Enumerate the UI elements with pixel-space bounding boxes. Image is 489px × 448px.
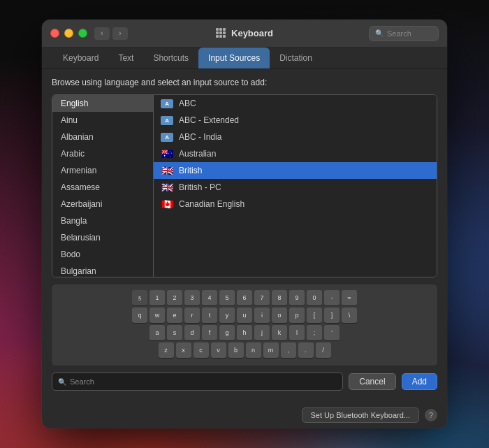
key-2: 2	[167, 290, 182, 305]
key-3: 3	[184, 290, 200, 305]
input-item-canadian-english[interactable]: 🇨🇦 Canadian English	[154, 196, 437, 212]
key-1: 1	[149, 290, 165, 305]
close-button[interactable]	[50, 29, 59, 38]
tab-dictation[interactable]: Dictation	[270, 48, 322, 68]
input-source-list[interactable]: A ABC A ABC - Extended A ABC - India 🇦🇺 …	[154, 95, 437, 277]
abc-icon: A	[161, 99, 173, 108]
bottom-actions: 🔍 Search Cancel Add	[52, 373, 437, 391]
key-0: 0	[307, 290, 322, 305]
input-label-abc-india: ABC - India	[179, 132, 221, 142]
maximize-button[interactable]	[78, 29, 87, 38]
traffic-lights	[50, 29, 87, 38]
key-c: c	[194, 342, 209, 358]
key-u: u	[237, 308, 252, 323]
key-q: q	[132, 308, 147, 323]
chevron-right-icon: ›	[119, 29, 121, 37]
input-item-british-pc[interactable]: 🇬🇧 British - PC	[154, 179, 437, 196]
tab-input-sources[interactable]: Input Sources	[198, 48, 270, 68]
keyboard-row-1: q w e r t y u i o p [ ] \	[56, 308, 433, 323]
key-minus: -	[324, 290, 340, 305]
input-label-abc-extended: ABC - Extended	[179, 115, 239, 125]
key-x: x	[176, 342, 191, 358]
language-item-assamese[interactable]: Assamese	[52, 179, 153, 196]
language-item-arabic[interactable]: Arabic	[52, 145, 153, 162]
key-comma: ,	[281, 342, 296, 358]
gb-flag-icon: 🇬🇧	[161, 166, 173, 175]
input-item-british[interactable]: 🇬🇧 British	[154, 162, 437, 179]
language-item-azerbaijani[interactable]: Azerbaijani	[52, 196, 153, 212]
keyboard-icon	[216, 28, 227, 39]
input-item-abc[interactable]: A ABC	[154, 95, 437, 112]
input-item-abc-extended[interactable]: A ABC - Extended	[154, 112, 437, 129]
add-button[interactable]: Add	[402, 373, 437, 390]
key-9: 9	[289, 290, 305, 305]
forward-button[interactable]: ›	[112, 27, 128, 40]
key-6: 6	[237, 290, 252, 305]
key-i: i	[254, 308, 270, 323]
input-label-british: British	[179, 166, 202, 175]
instruction-label: Browse using language and select an inpu…	[52, 78, 437, 87]
language-item-english[interactable]: English	[52, 95, 153, 112]
key-r: r	[184, 308, 200, 323]
window-title: Keyboard	[216, 28, 273, 39]
search-icon: 🔍	[375, 29, 384, 37]
key-e: e	[167, 308, 182, 323]
input-label-british-pc: British - PC	[179, 182, 221, 192]
key-a: a	[149, 325, 165, 340]
key-n: n	[246, 342, 261, 358]
titlebar-search[interactable]: 🔍 Search	[369, 26, 439, 41]
input-label-australian: Australian	[179, 149, 216, 159]
gb-pc-flag-icon: 🇬🇧	[161, 183, 173, 192]
content-area: Browse using language and select an inpu…	[42, 69, 447, 402]
key-y: y	[219, 308, 235, 323]
help-button[interactable]: ?	[425, 409, 437, 421]
minimize-button[interactable]	[64, 29, 73, 38]
key-j: j	[254, 325, 270, 340]
key-p: p	[289, 308, 305, 323]
input-item-abc-india[interactable]: A ABC - India	[154, 129, 437, 145]
input-label-canadian-english: Canadian English	[179, 199, 245, 209]
keyboard-row-2: a s d f g h j k l ; '	[56, 325, 433, 340]
language-list[interactable]: English Ainu Albanian Arabic Armenian As…	[52, 95, 154, 277]
search-field-icon: 🔍	[58, 378, 66, 386]
key-lbracket: [	[307, 308, 322, 323]
key-z: z	[159, 342, 174, 358]
key-4: 4	[202, 290, 217, 305]
keyboard-row-0: § 1 2 3 4 5 6 7 8 9 0 - =	[56, 290, 433, 305]
key-l: l	[289, 325, 305, 340]
language-item-belarusian[interactable]: Belarusian	[52, 229, 153, 246]
key-d: d	[184, 325, 200, 340]
back-button[interactable]: ‹	[94, 27, 110, 40]
key-backslash: \	[342, 308, 357, 323]
abc-extended-icon: A	[161, 116, 173, 125]
key-semicolon: ;	[307, 325, 322, 340]
key-s: s	[167, 325, 182, 340]
language-item-albanian[interactable]: Albanian	[52, 129, 153, 145]
bluetooth-setup-button[interactable]: Set Up Bluetooth Keyboard...	[302, 407, 419, 423]
key-f: f	[202, 325, 217, 340]
key-quote: '	[324, 325, 340, 340]
key-section: §	[132, 290, 147, 305]
key-rbracket: ]	[324, 308, 340, 323]
keyboard-preview: § 1 2 3 4 5 6 7 8 9 0 - = q w e r t y	[52, 284, 437, 366]
language-item-ainu[interactable]: Ainu	[52, 112, 153, 129]
input-item-australian[interactable]: 🇦🇺 Australian	[154, 145, 437, 162]
language-item-bodo[interactable]: Bodo	[52, 246, 153, 263]
key-slash: /	[316, 342, 331, 358]
key-t: t	[202, 308, 217, 323]
key-w: w	[149, 308, 165, 323]
language-item-bangla[interactable]: Bangla	[52, 212, 153, 229]
tab-text[interactable]: Text	[108, 48, 143, 68]
language-item-bulgarian[interactable]: Bulgarian	[52, 263, 153, 277]
search-field[interactable]: 🔍 Search	[52, 373, 343, 391]
titlebar: ‹ › Keyboard 🔍 Search	[42, 20, 447, 48]
language-item-armenian[interactable]: Armenian	[52, 162, 153, 179]
key-b: b	[228, 342, 244, 358]
key-v: v	[211, 342, 226, 358]
cancel-button[interactable]: Cancel	[349, 373, 395, 390]
ca-flag-icon: 🇨🇦	[161, 200, 173, 209]
tab-shortcuts[interactable]: Shortcuts	[143, 48, 198, 68]
tab-keyboard[interactable]: Keyboard	[53, 48, 108, 68]
abc-india-icon: A	[161, 133, 173, 142]
key-o: o	[272, 308, 287, 323]
